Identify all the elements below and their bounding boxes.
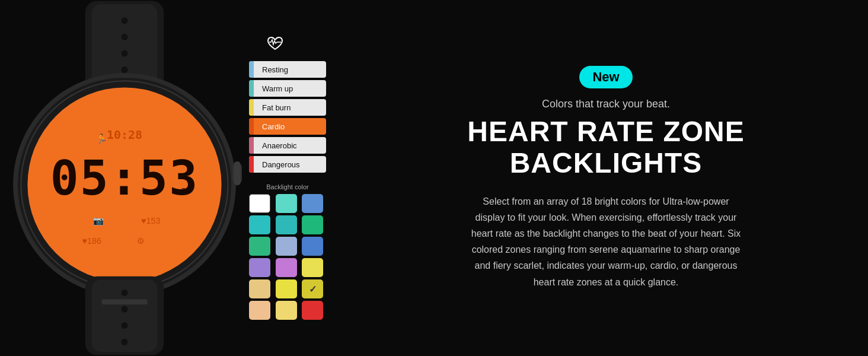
- color-yellow-green[interactable]: [302, 258, 323, 277]
- zone-warmup[interactable]: Warm up: [249, 80, 326, 97]
- color-blue2[interactable]: [302, 237, 323, 256]
- svg-text:⚙: ⚙: [137, 236, 145, 246]
- color-purple[interactable]: [249, 258, 270, 277]
- svg-point-4: [121, 50, 127, 56]
- svg-point-2: [121, 17, 127, 24]
- color-peach[interactable]: [249, 279, 270, 298]
- color-teal2[interactable]: [276, 215, 297, 234]
- zone-cardio-label: Cardio: [262, 122, 285, 131]
- zone-warmup-label: Warm up: [262, 84, 293, 93]
- title-line1: HEART RATE ZONE: [467, 116, 744, 147]
- zone-anaerobic-label: Anaerobic: [262, 141, 297, 150]
- color-teal1[interactable]: [249, 215, 270, 234]
- zone-resting-label: Resting: [262, 65, 288, 74]
- zone-fatburn[interactable]: Fat burn: [249, 99, 326, 116]
- color-blue-medium[interactable]: [302, 194, 323, 213]
- color-white[interactable]: [249, 194, 270, 213]
- zone-dangerous[interactable]: Dangerous: [249, 156, 326, 173]
- svg-point-22: [121, 290, 127, 296]
- color-yellow[interactable]: [276, 279, 297, 298]
- color-yellow-selected[interactable]: [302, 279, 323, 298]
- svg-text:05:53: 05:53: [50, 151, 199, 206]
- svg-point-23: [121, 306, 127, 313]
- color-gold[interactable]: [276, 301, 297, 320]
- svg-text:♥153: ♥153: [141, 216, 160, 225]
- svg-rect-19: [234, 161, 241, 185]
- page-container: 10:28 🏃 05:53 ᵐ 📷 ♥153 ♥186 ⚙: [0, 0, 868, 356]
- watch-illustration: 10:28 🏃 05:53 ᵐ 📷 ♥153 ♥186 ⚙: [0, 0, 249, 356]
- tagline: Colors that track your beat.: [542, 98, 670, 110]
- zone-anaerobic[interactable]: Anaerobic: [249, 137, 326, 154]
- svg-text:🏃: 🏃: [96, 133, 108, 144]
- svg-text:10:28: 10:28: [107, 128, 142, 142]
- color-tan[interactable]: [249, 301, 270, 320]
- main-title: HEART RATE ZONE BACKLIGHTS: [467, 116, 744, 179]
- color-violet[interactable]: [276, 258, 297, 277]
- svg-rect-26: [101, 299, 147, 304]
- description: Select from an array of 18 bright colors…: [470, 193, 742, 290]
- zones-panel: Resting Warm up Fat burn Cardio Anaerobi…: [249, 36, 344, 320]
- zone-dangerous-label: Dangerous: [262, 160, 300, 169]
- color-green[interactable]: [302, 215, 323, 234]
- color-grid: [249, 194, 326, 320]
- watch-section: 10:28 🏃 05:53 ᵐ 📷 ♥153 ♥186 ⚙: [0, 0, 249, 356]
- svg-text:ᵐ: ᵐ: [180, 185, 187, 197]
- new-badge: New: [579, 66, 632, 88]
- palette-section: Backlight color: [249, 183, 326, 320]
- color-aqua-light[interactable]: [276, 194, 297, 213]
- palette-label: Backlight color: [249, 183, 326, 190]
- svg-text:📷: 📷: [93, 215, 104, 226]
- zone-resting[interactable]: Resting: [249, 61, 326, 78]
- svg-point-5: [121, 66, 127, 73]
- svg-point-24: [121, 322, 127, 329]
- zone-cardio[interactable]: Cardio: [249, 118, 326, 135]
- color-red[interactable]: [302, 301, 323, 320]
- title-line2: BACKLIGHTS: [510, 147, 703, 179]
- right-content: New Colors that track your beat. HEART R…: [356, 54, 868, 302]
- zone-fatburn-label: Fat burn: [262, 103, 291, 112]
- svg-point-25: [121, 339, 127, 345]
- svg-text:♥186: ♥186: [82, 236, 101, 246]
- color-green2[interactable]: [249, 237, 270, 256]
- color-periwinkle[interactable]: [276, 237, 297, 256]
- svg-point-3: [121, 34, 127, 40]
- heartrate-icon: [267, 36, 283, 54]
